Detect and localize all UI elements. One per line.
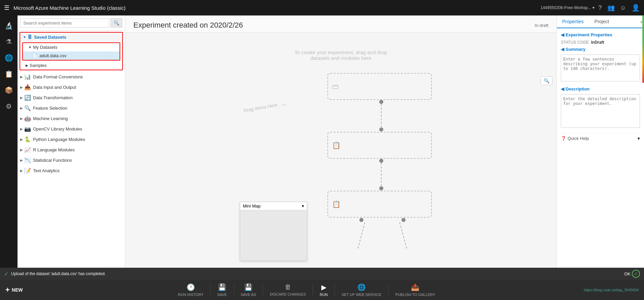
- publish-label: PUBLISH TO GALLERY: [395, 293, 436, 297]
- arrow-icon: ▶: [20, 148, 23, 152]
- canvas-area[interactable]: To create your experiment, drag and drop…: [125, 33, 556, 268]
- status-code-label: STATUS CODE: [561, 40, 591, 45]
- publish-gallery-button[interactable]: 📤 PUBLISH TO GALLERY: [388, 283, 442, 297]
- sidebar-item-label: Data Input and Output: [33, 85, 76, 90]
- data-input-icon: 📥: [24, 84, 31, 90]
- ok-label: OK: [624, 271, 631, 276]
- arrow-icon: ▶: [20, 138, 23, 141]
- arrow-icon: ▶: [20, 127, 23, 131]
- sidebar-item-data-transformation[interactable]: ▶ 🔄 Data Transformation: [18, 92, 125, 103]
- data-format-icon: 📊: [24, 74, 31, 80]
- sidebar-item-label: R Language Modules: [33, 147, 75, 152]
- tab-properties[interactable]: Properties: [557, 15, 589, 28]
- discard-button[interactable]: 🗑 DISCARD CHANGES: [263, 283, 313, 297]
- zoom-search-button[interactable]: 🔍: [541, 77, 552, 85]
- rail-icon-clipboard[interactable]: 📋: [1, 67, 16, 81]
- sidebar-item-opencv[interactable]: ▶ 📷 OpenCV Library Modules: [18, 124, 125, 134]
- node-connector-2: [379, 127, 383, 132]
- text-analytics-icon: 📝: [24, 167, 31, 174]
- connector-line-3b: [399, 222, 407, 249]
- my-datasets-header[interactable]: ▼ My Datasets: [23, 43, 120, 51]
- node-connector-6: [401, 218, 406, 222]
- users-icon[interactable]: 👥: [607, 4, 615, 11]
- sidebar-item-label: Data Transformation: [33, 95, 73, 100]
- canvas-node-3[interactable]: 📋: [327, 191, 432, 218]
- mini-map-body: [240, 210, 307, 261]
- panel-expand-icon[interactable]: ›: [614, 15, 644, 28]
- sidebar-item-python[interactable]: ▶ 🐍 Python Language Modules: [18, 134, 125, 145]
- minimap-collapse-icon[interactable]: ▾: [302, 203, 304, 209]
- description-textarea[interactable]: [561, 94, 640, 128]
- run-label: RUN: [320, 293, 328, 297]
- arrow-icon: ▶: [20, 75, 23, 79]
- summary-title: ◀ Summary: [561, 47, 640, 52]
- save-as-label: SAVE AS: [241, 293, 256, 297]
- file-options[interactable]: ⋮: [107, 54, 110, 58]
- status-code-row: STATUS CODE InDraft: [561, 40, 640, 45]
- arrow-icon-samples: ▶: [26, 64, 28, 67]
- check-icon: ✓: [4, 271, 8, 277]
- stats-icon: 📉: [24, 157, 31, 163]
- new-button[interactable]: + NEW: [5, 286, 23, 294]
- plus-icon: +: [5, 286, 10, 294]
- cylinder-icon: 🗃: [332, 83, 339, 90]
- sidebar-item-data-format[interactable]: ▶ 📊 Data Format Conversions: [18, 72, 125, 82]
- sidebar-item-text-analytics[interactable]: ▶ 📝 Text Analytics: [18, 165, 125, 176]
- canvas-node-1[interactable]: 🗃: [327, 73, 432, 100]
- sidebar-item-label: Text Analytics: [33, 168, 60, 173]
- tab-project[interactable]: Project: [589, 15, 615, 28]
- sidebar-item-feature-selection[interactable]: ▶ 🔍 Feature Selection: [18, 103, 125, 113]
- quick-help-label: ❓ Quick Help: [561, 136, 589, 141]
- quick-help-collapse[interactable]: ▾: [638, 136, 640, 141]
- save-button[interactable]: 💾 SAVE: [210, 283, 234, 297]
- hamburger-menu[interactable]: ☰: [4, 4, 9, 11]
- mini-map: Mini Map ▾: [240, 202, 307, 261]
- rail-icon-globe[interactable]: 🌐: [1, 50, 16, 65]
- quick-help-row[interactable]: ❓ Quick Help ▾: [561, 133, 640, 144]
- saved-datasets-section: ▼ 🗄 Saved Datasets ▼ My Datasets 📄 adult…: [20, 32, 123, 70]
- canvas-hint: To create your experiment, drag and drop…: [294, 49, 387, 61]
- search-input[interactable]: [20, 18, 109, 28]
- workspace-selector[interactable]: 1449550206-Free-Worksp... ▾: [541, 5, 594, 10]
- web-service-label: SET UP WEB SERVICE: [342, 293, 382, 297]
- description-title: ◀ Description: [561, 86, 640, 91]
- search-button[interactable]: 🔍: [110, 18, 122, 28]
- summary-textarea[interactable]: [561, 54, 640, 81]
- rail-icon-package[interactable]: 📦: [1, 83, 16, 98]
- python-icon: 🐍: [24, 136, 31, 143]
- rail-icon-lab[interactable]: 🔬: [1, 18, 16, 33]
- connector-line-2: [381, 163, 382, 186]
- save-as-button[interactable]: 💾 SAVE AS: [234, 283, 263, 297]
- sidebar-item-r-language[interactable]: ▶ 📈 R Language Modules: [18, 145, 125, 155]
- sidebar-item-data-input[interactable]: ▶ 📥 Data Input and Output: [18, 82, 125, 92]
- right-panel-tabs: Properties Project ›: [557, 15, 644, 28]
- feedback-icon[interactable]: ☺: [620, 4, 626, 11]
- url-display: https://blog.csdn.net/qq_3545604: [584, 288, 639, 292]
- rail-icon-settings[interactable]: ⚙: [1, 99, 16, 114]
- samples-item[interactable]: ▶ Samples: [20, 61, 122, 70]
- canvas-node-2[interactable]: 📋: [327, 132, 432, 159]
- run-button[interactable]: ▶ RUN: [313, 283, 334, 297]
- toolbar-actions: 🕐 RUN HISTORY 💾 SAVE 💾 SAVE AS 🗑 DISCARD…: [30, 283, 584, 297]
- profile-icon[interactable]: 👤: [632, 4, 640, 12]
- my-datasets-section: ▼ My Datasets 📄 adult.data.csv ⋮: [22, 42, 120, 61]
- nav-icons: ? 👥 ☺ 👤: [599, 4, 640, 12]
- discard-label: DISCARD CHANGES: [270, 292, 306, 296]
- help-icon[interactable]: ?: [599, 4, 602, 11]
- mini-map-label: Mini Map: [243, 203, 261, 209]
- sidebar-item-statistical[interactable]: ▶ 📉 Statistical Functions: [18, 155, 125, 165]
- dataset-file-item[interactable]: 📄 adult.data.csv ⋮: [23, 51, 120, 60]
- arrow-icon: ▼: [23, 35, 26, 39]
- saved-datasets-header[interactable]: ▼ 🗄 Saved Datasets: [20, 33, 122, 42]
- run-history-button[interactable]: 🕐 RUN HISTORY: [171, 283, 210, 297]
- rail-icon-flask[interactable]: ⚗: [1, 34, 16, 49]
- ok-button[interactable]: OK ✓: [624, 270, 640, 278]
- save-icon: 💾: [218, 283, 226, 291]
- sidebar-item-label: Data Format Conversions: [33, 74, 83, 79]
- setup-web-service-button[interactable]: 🌐 SET UP WEB SERVICE: [334, 283, 388, 297]
- chevron-down-icon: ▾: [592, 5, 594, 10]
- mini-map-header[interactable]: Mini Map ▾: [240, 202, 307, 210]
- collapse-icon-sum: ◀: [561, 47, 564, 52]
- publish-icon: 📤: [411, 283, 419, 291]
- sidebar-item-machine-learning[interactable]: ▶ 🤖 Machine Learning: [18, 113, 125, 124]
